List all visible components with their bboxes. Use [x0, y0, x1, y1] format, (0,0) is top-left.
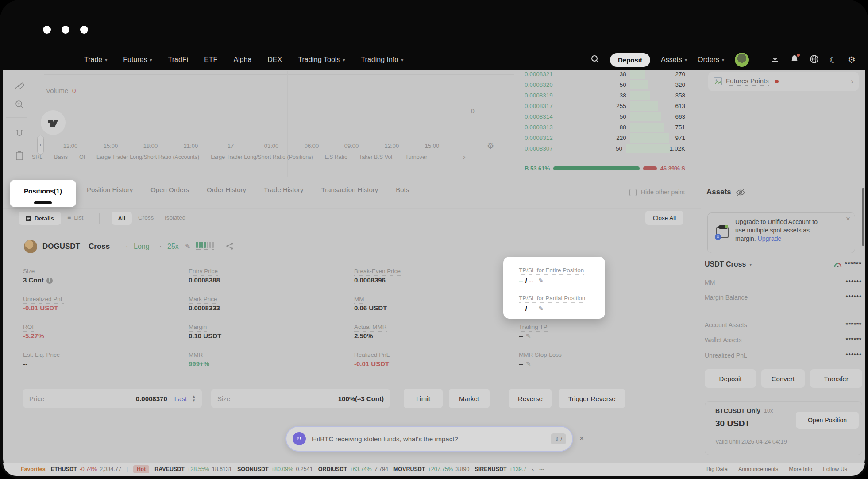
link-announcements[interactable]: Announcements	[738, 466, 778, 472]
nav-etf[interactable]: ETF	[204, 56, 217, 64]
window-dot-2[interactable]	[62, 26, 69, 34]
orderbook-row[interactable]: 0.0008317255613	[525, 100, 685, 111]
tab-trade-history[interactable]: Trade History	[264, 186, 303, 193]
close-size-input[interactable]: Size 100%(≈3 Cont)	[211, 389, 390, 408]
tab-bots[interactable]: Bots	[396, 186, 409, 193]
ticker-more-icon[interactable]: •••	[539, 467, 544, 472]
ticker-item[interactable]: RAVEUSDT+28.55%18.6131	[154, 466, 232, 472]
orderbook-row[interactable]: 0.0008312220971	[525, 132, 685, 143]
ticker-item[interactable]: ETHUSDT-0.74%2,334.77	[51, 466, 121, 472]
edit-tpsl-partial-pencil-icon[interactable]: ✎	[538, 305, 544, 312]
ruler-tool-icon[interactable]	[14, 79, 25, 90]
collapse-panel-handle[interactable]: ‹	[37, 135, 44, 155]
tab-positions[interactable]: Positions(1)	[10, 180, 76, 207]
open-position-button[interactable]: Open Position	[796, 412, 859, 429]
view-details-toggle[interactable]: Details	[19, 212, 61, 225]
price-value[interactable]: 0.0008370	[136, 395, 167, 402]
indicators-more-chevron-icon[interactable]: ›	[463, 153, 466, 162]
indicator-tab[interactable]: Taker B.S Vol.	[359, 154, 394, 160]
tab-transaction-history[interactable]: Transaction History	[321, 186, 378, 193]
ai-chat-bar[interactable]: HitBTC receiving stolen funds, what's th…	[285, 426, 573, 452]
filter-isolated[interactable]: Isolated	[165, 214, 185, 221]
market-close-button[interactable]: Market	[449, 389, 490, 408]
indicator-tab[interactable]: SRL	[32, 154, 42, 160]
position-symbol[interactable]: DOGUSDT	[42, 242, 80, 251]
share-icon[interactable]	[226, 242, 234, 252]
nav-tradfi[interactable]: TradFi	[168, 56, 189, 64]
sidebar-convert-button[interactable]: Convert	[761, 369, 805, 388]
chat-prompt-text[interactable]: HitBTC receiving stolen funds, what's th…	[312, 435, 551, 443]
ticker-item[interactable]: MOVRUSDT+207.75%3.890	[393, 466, 469, 472]
filter-cross[interactable]: Cross	[138, 214, 154, 221]
indicator-tab[interactable]: Turnover	[405, 154, 428, 160]
link-big-data[interactable]: Big Data	[706, 466, 728, 472]
tab-order-history[interactable]: Order History	[207, 186, 246, 193]
tab-open-orders[interactable]: Open Orders	[150, 186, 189, 193]
nav-assets[interactable]: Assets▾	[661, 56, 687, 64]
zoom-in-tool-icon[interactable]	[14, 99, 25, 110]
price-stepper[interactable]: ▲ ▼	[192, 394, 196, 402]
ticker-item[interactable]: ORDIUSDT+63.74%7.794	[318, 466, 388, 472]
deposit-button[interactable]: Deposit	[610, 53, 650, 67]
link-follow-us[interactable]: Follow Us	[823, 466, 847, 472]
close-price-input[interactable]: Price 0.0008370 Last ▲ ▼	[23, 389, 202, 408]
nav-trade[interactable]: Trade▾	[84, 56, 107, 64]
ticker-item[interactable]: SOONUSDT+80.09%0.2541	[237, 466, 313, 472]
tab-position-history[interactable]: Position History	[87, 186, 133, 193]
indicator-tab[interactable]: Basis	[54, 154, 68, 160]
last-price-button[interactable]: Last	[174, 395, 187, 402]
upgrade-link[interactable]: Upgrade	[758, 235, 782, 242]
position-leverage[interactable]: 25x	[167, 243, 179, 251]
info-icon[interactable]: i	[46, 278, 53, 284]
dark-mode-moon-icon[interactable]: ☾	[829, 55, 837, 65]
orderbook-row[interactable]: 0.000831938358	[525, 90, 685, 100]
view-list-toggle[interactable]: ≡List	[67, 214, 83, 221]
chart-panel-icon[interactable]	[14, 150, 25, 162]
ticker-item[interactable]: SIRENUSDT+139.7	[475, 466, 526, 472]
nav-trading-tools[interactable]: Trading Tools▾	[298, 56, 345, 64]
limit-close-button[interactable]: Limit	[404, 389, 443, 408]
sidebar-deposit-button[interactable]: Deposit	[705, 369, 756, 388]
chart-settings-gear-icon[interactable]: ⚙	[487, 141, 494, 151]
trigger-reverse-button[interactable]: Trigger Reverse	[559, 389, 625, 408]
user-avatar[interactable]	[735, 53, 749, 67]
account-selector[interactable]: USDT Cross▾	[705, 260, 752, 268]
edit-mmr-stop-loss-pencil-icon[interactable]: ✎	[526, 360, 531, 367]
nav-orders[interactable]: Orders▾	[698, 56, 724, 64]
orderbook-row[interactable]: 0.000831388751	[525, 122, 685, 132]
indicator-tab[interactable]: L.S Ratio	[325, 154, 347, 160]
ticker-favorites[interactable]: Favorites	[21, 466, 46, 472]
stepper-down-icon[interactable]: ▼	[192, 398, 196, 402]
edit-leverage-pencil-icon[interactable]: ✎	[185, 243, 191, 251]
reverse-button[interactable]: Reverse	[509, 389, 552, 408]
indicator-tab[interactable]: OI	[79, 154, 85, 160]
filter-all[interactable]: All	[112, 212, 132, 225]
orderbook-row[interactable]: 0.000831450663	[525, 111, 685, 122]
indicator-tab[interactable]: Large Trader Long/Short Ratio (Accounts)	[96, 154, 199, 160]
sidebar-scrollbar[interactable]	[862, 188, 864, 246]
link-more-info[interactable]: More Info	[789, 466, 812, 472]
futures-points-banner[interactable]: Futures Points ›	[708, 72, 859, 91]
close-all-button[interactable]: Close All	[645, 211, 683, 225]
download-icon[interactable]	[771, 54, 779, 65]
size-value[interactable]: 100%(≈3 Cont)	[338, 395, 384, 402]
nav-alpha[interactable]: Alpha	[233, 56, 251, 64]
nav-trading-info[interactable]: Trading Info▾	[361, 56, 403, 64]
close-icon[interactable]: ×	[846, 215, 850, 224]
sidebar-transfer-button[interactable]: Transfer	[810, 369, 862, 388]
eye-slash-icon[interactable]	[736, 189, 745, 198]
nav-dex[interactable]: DEX	[267, 56, 282, 64]
edit-tpsl-entire-pencil-icon[interactable]: ✎	[538, 277, 544, 284]
orderbook-row[interactable]: 0.0008307501.02K	[525, 143, 685, 154]
window-dot-3[interactable]	[80, 26, 88, 34]
stepper-up-icon[interactable]: ▲	[192, 394, 196, 398]
orderbook-row[interactable]: 0.000832050320	[525, 79, 685, 90]
orderbook-row[interactable]: 0.000832138270	[525, 69, 685, 79]
magnet-tool-icon[interactable]	[14, 127, 25, 139]
chat-close-icon[interactable]: ×	[579, 433, 584, 444]
indicator-tab[interactable]: Large Trader Long/Short Ratio (Positions…	[211, 154, 313, 160]
hide-other-pairs-checkbox[interactable]	[629, 189, 637, 196]
ticker-next-chevron-icon[interactable]: ›	[532, 466, 534, 473]
nav-futures[interactable]: Futures▾	[123, 56, 152, 64]
edit-trailing-tp-pencil-icon[interactable]: ✎	[526, 332, 531, 340]
